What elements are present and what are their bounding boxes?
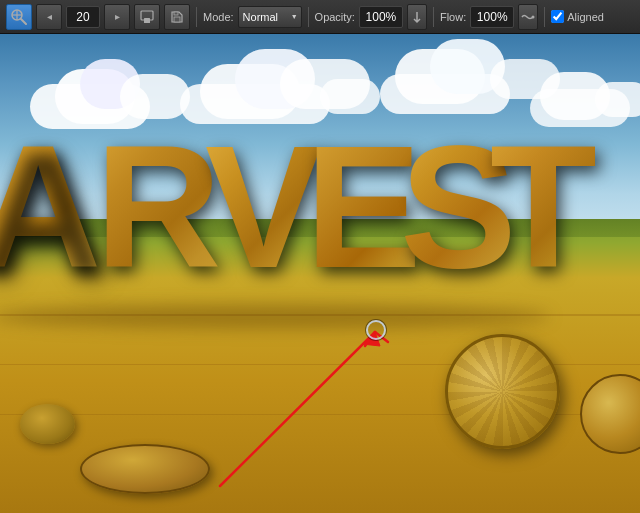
letter-T: T bbox=[490, 119, 597, 294]
svg-point-7 bbox=[532, 15, 535, 18]
svg-rect-4 bbox=[144, 18, 150, 23]
airbrush-button[interactable] bbox=[518, 4, 538, 30]
divider-3 bbox=[433, 7, 434, 27]
mode-select-wrapper[interactable]: Normal Dissolve Multiply Screen Overlay bbox=[238, 6, 302, 28]
letters-shadow bbox=[0, 304, 550, 329]
hay-bale-half-left bbox=[80, 444, 210, 494]
aligned-checkbox-wrapper[interactable]: Aligned bbox=[551, 10, 604, 23]
scene-canvas: A R V E S T bbox=[0, 34, 640, 513]
svg-rect-6 bbox=[174, 12, 178, 15]
brush-size-input[interactable]: 20 bbox=[66, 6, 100, 28]
opacity-input[interactable]: 100% bbox=[359, 6, 403, 28]
hay-bale-large-right bbox=[445, 334, 560, 449]
save-brush-button[interactable] bbox=[164, 4, 190, 30]
hay-bale-distant-left bbox=[20, 404, 75, 444]
brush-size-increase-button[interactable]: ▸ bbox=[104, 4, 130, 30]
clone-stamp-tool-button[interactable] bbox=[6, 4, 32, 30]
divider-2 bbox=[308, 7, 309, 27]
clone-stamp-cursor bbox=[366, 320, 386, 340]
brush-size-decrease-button[interactable]: ◂ bbox=[36, 4, 62, 30]
mode-label: Mode: bbox=[203, 11, 234, 23]
opacity-label: Opacity: bbox=[315, 11, 355, 23]
letter-R: R bbox=[95, 119, 221, 294]
toolbar: ◂ 20 ▸ Mode: Normal Dissolve Multiply Sc… bbox=[0, 0, 640, 34]
flow-label: Flow: bbox=[440, 11, 466, 23]
divider-4 bbox=[544, 7, 545, 27]
divider-1 bbox=[196, 7, 197, 27]
letter-A-partial: A bbox=[0, 119, 101, 294]
mode-select[interactable]: Normal Dissolve Multiply Screen Overlay bbox=[238, 6, 302, 28]
opacity-picker-button[interactable] bbox=[407, 4, 427, 30]
svg-rect-5 bbox=[174, 17, 180, 22]
canvas-area[interactable]: A R V E S T bbox=[0, 34, 640, 513]
aligned-checkbox[interactable] bbox=[551, 10, 564, 23]
load-brush-button[interactable] bbox=[134, 4, 160, 30]
aligned-label: Aligned bbox=[567, 11, 604, 23]
flow-input[interactable]: 100% bbox=[470, 6, 514, 28]
